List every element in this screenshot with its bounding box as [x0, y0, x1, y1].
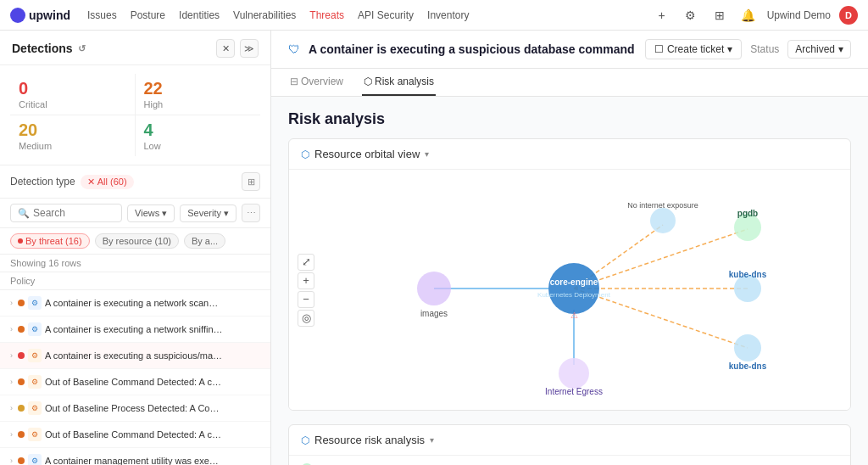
resource-risk-header[interactable]: ⬡ Resource risk analysis ▾ — [289, 425, 850, 456]
filter-options-btn[interactable]: ⊞ — [242, 172, 260, 191]
alert-header: 🛡 A container is executing a suspicious … — [271, 31, 868, 69]
resource-risk-section: ⬡ Resource risk analysis ▾ ✓ The resourc… — [288, 424, 851, 465]
item-chevron: › — [10, 299, 13, 307]
orbital-chevron: ▾ — [425, 149, 429, 159]
detection-item[interactable]: › ⚙ A container is executing a suspiciou… — [0, 343, 270, 369]
orbital-icon: ⬡ — [301, 148, 309, 160]
nav-link-api-security[interactable]: API Security — [358, 9, 414, 21]
severity-dot — [18, 326, 25, 333]
detection-text: A container management utility was execu… — [45, 456, 223, 465]
user-avatar[interactable]: D — [839, 6, 858, 25]
orbital-svg: images core-engine Kubernetes Deployment… — [298, 178, 842, 399]
nav-right: + ⚙ ⊞ 🔔 Upwind Demo D — [652, 5, 858, 25]
shield-icon: 🛡 — [288, 42, 300, 56]
severity-btn[interactable]: Severity ▾ — [180, 204, 236, 222]
svg-text:kube-dns: kube-dns — [729, 270, 767, 279]
chevron-down-icon-2: ▾ — [224, 208, 229, 219]
create-ticket-btn[interactable]: ☐ Create ticket ▾ — [645, 39, 742, 59]
status-value-text: Archived — [795, 43, 835, 55]
collapse-panel-btn[interactable]: ≫ — [240, 39, 259, 58]
close-panel-btn[interactable]: ✕ — [216, 39, 235, 58]
logo-icon — [10, 8, 25, 23]
detection-text: A container is executing a network sniff… — [45, 324, 223, 334]
detection-item[interactable]: › ⚙ Out of Baseline Command Detected: A … — [0, 369, 270, 395]
svg-text:Internet Egress: Internet Egress — [545, 387, 603, 396]
detection-icon: ⚙ — [28, 349, 42, 362]
content-tab-risk-analysis[interactable]: ⬡Risk analysis — [362, 69, 436, 96]
item-chevron: › — [10, 430, 13, 439]
search-input[interactable] — [33, 207, 114, 219]
stat-high: 22High — [136, 74, 261, 115]
detection-item[interactable]: › ⚙ Out of Baseline Command Detected: A … — [0, 422, 270, 448]
detection-item[interactable]: › ⚙ A container is executing a network s… — [0, 317, 270, 343]
detection-item[interactable]: › ⚙ A container is executing a network s… — [0, 290, 270, 317]
stat-medium: 20Medium — [10, 115, 136, 156]
tab-dot — [18, 238, 23, 244]
detection-item[interactable]: › ⚙ Out of Baseline Process Detected: A … — [0, 395, 270, 422]
main-layout: Detections ↺ ✕ ≫ 0Critical22High20Medium… — [0, 31, 868, 465]
stat-low: 4Low — [136, 115, 261, 156]
detection-icon: ⚙ — [28, 322, 42, 336]
grid-btn[interactable]: ⊞ — [709, 5, 730, 25]
nav-link-vulnerabilities[interactable]: Vulnerabilities — [233, 9, 296, 21]
overview-icon: ⊟ — [290, 76, 298, 87]
detection-icon: ⚙ — [28, 454, 42, 465]
detection-text: Out of Baseline Process Detected: A Cont… — [45, 403, 223, 413]
bell-btn[interactable]: 🔔 — [738, 5, 759, 25]
detection-item[interactable]: › ⚙ A container management utility was e… — [0, 448, 270, 465]
status-value[interactable]: Archived ▾ — [787, 40, 851, 59]
risk-tab-icon: ⬡ — [364, 76, 372, 87]
stats-grid: 0Critical22High20Medium4Low — [0, 65, 270, 165]
status-label: Status — [750, 43, 779, 55]
tab-pill-by-threat-(16)[interactable]: By threat (16) — [10, 233, 90, 249]
svg-line-1 — [574, 229, 748, 289]
settings-btn[interactable]: ⚙ — [681, 5, 701, 25]
fit-btn[interactable]: ◎ — [298, 310, 314, 327]
risk-items: ✓ The resource has no active ingress com… — [289, 456, 850, 465]
views-btn[interactable]: Views ▾ — [127, 204, 175, 222]
orbital-header-text: Resource orbital view — [314, 148, 420, 160]
filter-row: Detection type ✕ All (60) ⊞ — [0, 165, 270, 199]
nav-link-issues[interactable]: Issues — [87, 9, 117, 21]
panel-controls: ✕ ≫ — [216, 39, 259, 58]
svg-point-20 — [559, 358, 589, 389]
nav-link-identities[interactable]: Identities — [179, 9, 220, 21]
risk-icon: ⬡ — [301, 434, 309, 446]
zoom-out-btn[interactable]: − — [298, 291, 314, 308]
severity-dot — [18, 405, 25, 412]
content-tab-overview[interactable]: ⊟Overview — [288, 69, 345, 96]
more-options-btn[interactable]: ⋯ — [242, 204, 260, 222]
add-btn[interactable]: + — [652, 5, 672, 25]
orbital-header[interactable]: ⬡ Resource orbital view ▾ — [289, 139, 850, 170]
rows-info: Showing 16 rows — [0, 255, 270, 272]
item-chevron: › — [10, 404, 13, 412]
logo: upwind — [10, 8, 70, 23]
filter-badge[interactable]: ✕ All (60) — [81, 175, 134, 189]
zoom-in-btn[interactable]: + — [298, 272, 314, 289]
item-chevron: › — [10, 325, 13, 333]
tab-row: By threat (16)By resource (10)By a... — [0, 228, 270, 255]
stat-label-high: High — [144, 99, 253, 109]
svg-text:images: images — [420, 309, 448, 318]
tab-pill-by-resource-(10)[interactable]: By resource (10) — [95, 233, 179, 249]
nav-link-inventory[interactable]: Inventory — [427, 9, 469, 21]
search-icon: 🔍 — [18, 208, 30, 219]
svg-point-8 — [548, 263, 599, 314]
nav-link-threats[interactable]: Threats — [309, 9, 344, 21]
top-nav: upwind IssuesPostureIdentitiesVulnerabil… — [0, 0, 868, 31]
refresh-icon[interactable]: ↺ — [78, 43, 86, 54]
detection-icon: ⚙ — [28, 296, 42, 310]
policy-label-text: Policy — [0, 272, 270, 290]
fullscreen-btn[interactable]: ⤢ — [298, 254, 314, 271]
detection-icon: ⚙ — [28, 401, 42, 415]
severity-label: Severity — [187, 208, 221, 218]
stat-label-medium: Medium — [19, 141, 126, 151]
left-panel: Detections ↺ ✕ ≫ 0Critical22High20Medium… — [0, 31, 271, 465]
search-box: 🔍 — [10, 204, 122, 222]
orbital-section: ⬡ Resource orbital view ▾ ⤢ + − ◎ — [288, 138, 851, 411]
nav-link-posture[interactable]: Posture — [131, 9, 165, 21]
tab-pill-by-a...[interactable]: By a... — [184, 233, 225, 249]
detection-text: A container is executing a suspicious/ma… — [45, 350, 223, 361]
severity-dot — [18, 378, 25, 385]
severity-dot — [18, 352, 25, 359]
